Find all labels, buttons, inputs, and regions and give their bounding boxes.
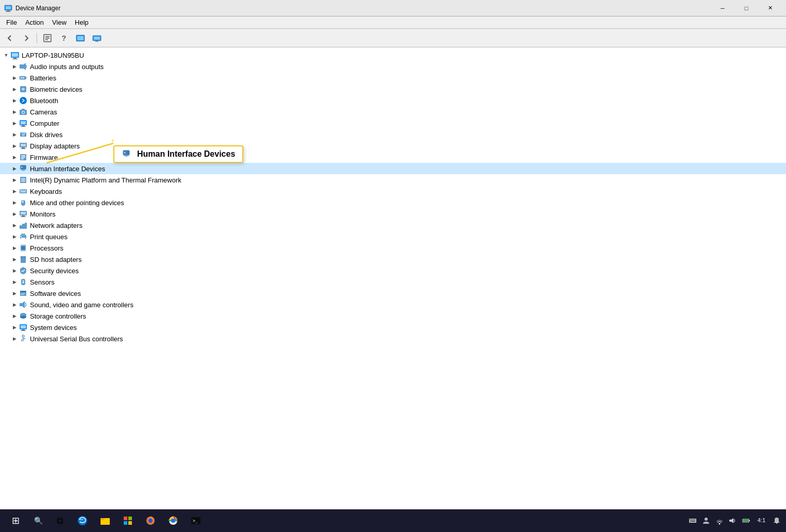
list-item[interactable]: ▶ Human Interface Devices xyxy=(0,163,786,174)
expand-print[interactable]: ▶ xyxy=(10,232,19,241)
taskbar-task-view[interactable]: ⧉ xyxy=(49,510,70,531)
label-sound: Sound, video and game controllers xyxy=(30,301,133,309)
list-item[interactable]: ▶ System devices xyxy=(0,322,786,333)
list-item[interactable]: ▶ Monitors xyxy=(0,208,786,220)
expand-batteries[interactable]: ▶ xyxy=(10,74,19,82)
tray-keyboard-icon[interactable] xyxy=(688,516,698,526)
start-button[interactable]: ⊞ xyxy=(4,509,27,532)
svg-rect-147 xyxy=(729,520,731,522)
list-item[interactable]: ▶ Mice and other pointing devices xyxy=(0,197,786,208)
tray-notifications-icon[interactable] xyxy=(772,516,782,526)
icon-print xyxy=(19,232,28,241)
list-item[interactable]: ▶ Batteries xyxy=(0,72,786,84)
taskbar-explorer[interactable] xyxy=(95,510,115,531)
svg-rect-151 xyxy=(743,520,748,522)
expand-software[interactable]: ▶ xyxy=(10,289,19,297)
list-item[interactable]: ▶ Network adapters xyxy=(0,220,786,231)
expand-system[interactable]: ▶ xyxy=(10,323,19,331)
root-node[interactable]: ▼ LAPTOP-18UN95BU xyxy=(0,49,786,61)
taskbar-firefox[interactable] xyxy=(140,510,161,531)
list-item[interactable]: ▶ Sound, video and game controllers xyxy=(0,299,786,310)
expand-biometric[interactable]: ▶ xyxy=(10,85,19,93)
expand-audio[interactable]: ▶ xyxy=(10,62,19,71)
list-item[interactable]: ▶ Print queues xyxy=(0,231,786,242)
svg-rect-70 xyxy=(21,217,26,217)
icon-batteries xyxy=(19,73,28,82)
list-item[interactable]: ▶ Cameras xyxy=(0,106,786,118)
expand-storage[interactable]: ▶ xyxy=(10,312,19,320)
back-button[interactable] xyxy=(2,31,18,45)
update-driver-button[interactable] xyxy=(73,31,88,45)
taskbar-items: ⧉ xyxy=(49,510,206,531)
maximize-button[interactable]: □ xyxy=(734,0,758,16)
expand-sd[interactable]: ▶ xyxy=(10,255,19,263)
list-item[interactable]: ▶ Disk drives xyxy=(0,129,786,140)
close-button[interactable]: ✕ xyxy=(758,0,782,16)
minimize-button[interactable]: ─ xyxy=(711,0,734,16)
expand-disk[interactable]: ▶ xyxy=(10,130,19,139)
help-button[interactable]: ? xyxy=(56,31,72,45)
expand-display[interactable]: ▶ xyxy=(10,142,19,150)
list-item[interactable]: ▶ Software devices xyxy=(0,288,786,299)
taskbar-store[interactable] xyxy=(118,510,138,531)
expand-firmware[interactable]: ▶ xyxy=(10,153,19,161)
list-item[interactable]: ▶ Storage controllers xyxy=(0,310,786,322)
expand-processors[interactable]: ▶ xyxy=(10,244,19,252)
expand-bluetooth[interactable]: ▶ xyxy=(10,96,19,105)
list-item[interactable]: ▶ Audio inputs and outputs xyxy=(0,61,786,72)
menu-view[interactable]: View xyxy=(48,18,71,27)
expand-hid[interactable]: ▶ xyxy=(10,164,19,173)
list-item[interactable]: ▶ Computer xyxy=(0,118,786,129)
expand-sound[interactable]: ▶ xyxy=(10,301,19,309)
root-expand[interactable]: ▼ xyxy=(2,51,10,59)
list-item[interactable]: ▶ Security devices xyxy=(0,265,786,276)
expand-cameras[interactable]: ▶ xyxy=(10,108,19,116)
icon-mice xyxy=(19,198,28,207)
toolbar: ? xyxy=(0,29,786,47)
svg-rect-63 xyxy=(21,191,26,192)
tray-battery-icon[interactable] xyxy=(741,516,751,526)
taskbar-edge[interactable] xyxy=(72,510,93,531)
tray-network-icon[interactable] xyxy=(714,516,725,526)
list-item[interactable]: ▶ Processors xyxy=(0,242,786,254)
tray-volume-icon[interactable] xyxy=(728,516,738,526)
list-item[interactable]: ▶ Bluetooth xyxy=(0,95,786,106)
svg-rect-97 xyxy=(20,291,26,292)
device-tree[interactable]: ▼ LAPTOP-18UN95BU ▶ xyxy=(0,47,786,509)
list-item[interactable]: ▶ Keyboards xyxy=(0,186,786,197)
list-item[interactable]: ▶ Sensors xyxy=(0,276,786,288)
svg-rect-39 xyxy=(21,144,26,146)
expand-sensors[interactable]: ▶ xyxy=(10,278,19,286)
svg-rect-43 xyxy=(21,155,25,156)
open-properties-button[interactable] xyxy=(40,31,55,45)
list-item[interactable]: ▶ Universal Serial Bus controllers xyxy=(0,333,786,344)
callout-box: Human Interface Devices xyxy=(113,145,243,163)
taskbar-chrome[interactable] xyxy=(163,510,183,531)
expand-monitors[interactable]: ▶ xyxy=(10,210,19,218)
label-network: Network adapters xyxy=(30,222,82,229)
list-item[interactable]: ▶ Intel(R) Dynamic Platform and Thermal … xyxy=(0,174,786,186)
menu-file[interactable]: File xyxy=(2,18,21,27)
expand-security[interactable]: ▶ xyxy=(10,267,19,275)
taskbar-terminal[interactable]: >_ xyxy=(186,510,206,531)
svg-rect-44 xyxy=(21,157,25,158)
svg-rect-127 xyxy=(101,519,105,520)
expand-usb[interactable]: ▶ xyxy=(10,335,19,343)
tray-people-icon[interactable] xyxy=(701,516,711,526)
menu-action[interactable]: Action xyxy=(21,18,48,27)
expand-keyboards[interactable]: ▶ xyxy=(10,187,19,195)
search-button[interactable]: 🔍 xyxy=(29,511,47,530)
window-controls: ─ □ ✕ xyxy=(711,0,782,16)
system-clock[interactable]: 4:1 xyxy=(755,517,768,524)
forward-button[interactable] xyxy=(19,31,34,45)
list-item[interactable]: ▶ SD host adapters xyxy=(0,254,786,265)
show-devices-button[interactable] xyxy=(89,31,105,45)
expand-mice[interactable]: ▶ xyxy=(10,198,19,207)
expand-computer[interactable]: ▶ xyxy=(10,119,19,127)
svg-rect-61 xyxy=(23,190,24,191)
menu-help[interactable]: Help xyxy=(71,18,93,27)
list-item[interactable]: ▶ Biometric devices xyxy=(0,84,786,95)
expand-intel[interactable]: ▶ xyxy=(10,176,19,184)
label-computer: Computer xyxy=(30,120,59,127)
expand-network[interactable]: ▶ xyxy=(10,221,19,229)
